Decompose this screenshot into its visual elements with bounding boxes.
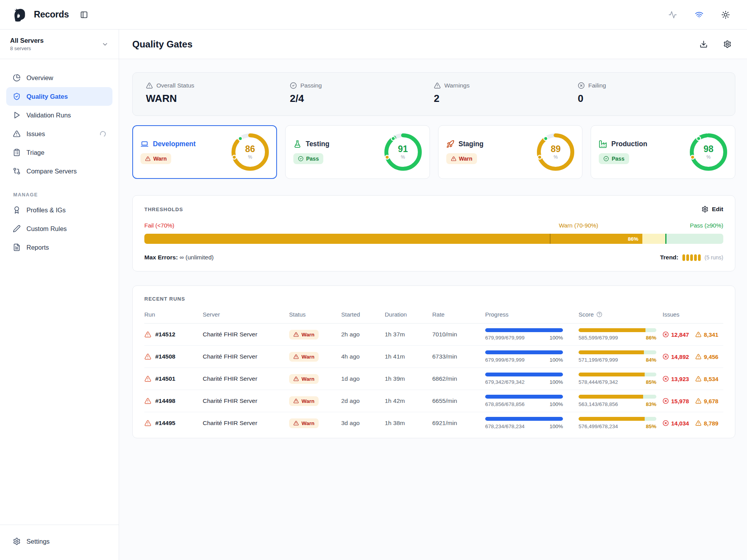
sun-icon[interactable]: [721, 10, 730, 19]
top-bar: Records: [0, 0, 747, 30]
issues-cell: 14,892 9,456: [663, 354, 723, 360]
download-button[interactable]: [700, 40, 708, 48]
wifi-icon[interactable]: [695, 10, 703, 19]
sidebar-item-reports[interactable]: Reports: [6, 238, 112, 257]
status-badge: Pass: [599, 153, 629, 164]
sidebar-footer: Settings: [0, 525, 119, 560]
table-row[interactable]: #14508 Charité FHIR Server Warn 4h ago 1…: [144, 346, 723, 368]
alert-triangle-icon: [144, 331, 151, 338]
summary-value: 0: [578, 93, 722, 105]
sidebar-item-label: Reports: [26, 244, 49, 251]
score-bar: [579, 417, 656, 421]
sidebar-item-label: Validation Runs: [26, 112, 71, 119]
score-bar: [579, 395, 656, 399]
fail-threshold-tick: [550, 234, 551, 244]
alert-triangle-icon: [146, 82, 153, 89]
x-circle-icon: [578, 82, 585, 89]
status-badge: Warn: [289, 330, 319, 340]
env-card-production[interactable]: Production Pass 98 %: [591, 125, 735, 179]
score-cell: 585,599/679,999 86%: [579, 328, 656, 341]
sidebar-item-triage[interactable]: Triage: [6, 143, 112, 162]
server-selector[interactable]: All Servers 8 servers: [0, 30, 119, 59]
server-selector-text: All Servers 8 servers: [10, 37, 44, 51]
env-name: Development: [153, 140, 196, 148]
column-header-duration: Duration: [385, 311, 432, 318]
page-actions: [700, 40, 731, 48]
main-area: Quality Gates Overall Status WARN Passin…: [119, 30, 747, 560]
status-badge: Warn: [289, 374, 319, 384]
run-cell: #14495: [144, 420, 203, 427]
env-name: Production: [611, 140, 647, 148]
summary-value: WARN: [146, 93, 290, 105]
shield-check-icon: [13, 93, 21, 100]
error-count: 12,847: [663, 331, 689, 338]
column-header-progress: Progress: [485, 311, 579, 318]
run-cell: #14512: [144, 331, 203, 338]
server-selector-title: All Servers: [10, 37, 44, 44]
alert-triangle-icon: [293, 376, 299, 382]
sidebar-item-overview[interactable]: Overview: [6, 68, 112, 87]
check-circle-icon: [298, 156, 303, 161]
warning-count: 9,456: [695, 354, 719, 360]
server-selector-subtitle: 8 servers: [10, 46, 44, 51]
trend-runs-label: (5 runs): [705, 254, 723, 261]
table-body: #14512 Charité FHIR Server Warn 2h ago 1…: [144, 324, 723, 434]
status-badge: Warn: [289, 396, 319, 406]
check-circle-icon: [290, 82, 297, 89]
table-row[interactable]: #14495 Charité FHIR Server Warn 3d ago 1…: [144, 412, 723, 434]
trend-bar: [690, 254, 693, 261]
issues-cell: 15,978 9,678: [663, 398, 723, 404]
error-count: 13,923: [663, 376, 689, 382]
alert-triangle-icon: [695, 420, 701, 426]
alert-triangle-icon: [695, 398, 701, 404]
env-card-testing[interactable]: Testing Pass 91 %: [285, 125, 430, 179]
sidebar-item-quality-gates[interactable]: Quality Gates: [6, 87, 112, 106]
help-circle-icon[interactable]: [596, 312, 602, 317]
alert-triangle-icon: [13, 130, 21, 138]
sidebar-item-settings[interactable]: Settings: [6, 532, 112, 551]
env-card-development[interactable]: Development Warn 86 %: [132, 125, 277, 179]
sidebar-item-custom-rules[interactable]: Custom Rules: [6, 219, 112, 238]
score-gauge: 89 %: [537, 133, 574, 171]
run-id: #14495: [155, 420, 175, 427]
x-circle-icon: [663, 376, 669, 382]
table-row[interactable]: #14512 Charité FHIR Server Warn 2h ago 1…: [144, 324, 723, 346]
edit-thresholds-button[interactable]: Edit: [701, 206, 723, 213]
status-badge: Warn: [140, 153, 171, 164]
trend-bar: [694, 254, 697, 261]
summary-value: 2: [434, 93, 578, 105]
sidebar-item-label: Overview: [26, 74, 53, 82]
flask-icon: [293, 140, 302, 148]
env-card-staging[interactable]: Staging Warn 89 %: [438, 125, 583, 179]
duration-cell: 1h 42m: [385, 397, 432, 404]
alert-triangle-icon: [695, 331, 701, 338]
rate-cell: 6733/min: [432, 353, 485, 360]
table-row[interactable]: #14498 Charité FHIR Server Warn 2d ago 1…: [144, 390, 723, 412]
sidebar-manage-nav: Profiles & IGs Custom Rules Reports: [0, 201, 119, 257]
git-compare-icon: [13, 167, 21, 175]
threshold-bar: 86%: [144, 234, 723, 244]
alert-triangle-icon: [144, 420, 151, 427]
environment-cards: Development Warn 86 % Testing Pass: [132, 125, 735, 179]
sidebar-item-issues[interactable]: Issues: [6, 124, 112, 143]
alert-triangle-icon: [434, 82, 441, 89]
warn-threshold-label: Warn (70-90%): [559, 222, 598, 229]
progress-cell: 678,856/678,856 100%: [485, 395, 563, 407]
sidebar-item-compare-servers[interactable]: Compare Servers: [6, 162, 112, 180]
activity-icon[interactable]: [668, 10, 677, 19]
score-gauge: 98 %: [690, 133, 727, 171]
sidebar-item-validation-runs[interactable]: Validation Runs: [6, 106, 112, 124]
warning-count: 8,534: [695, 376, 719, 382]
sidebar-item-label: Issues: [26, 130, 45, 138]
sidebar-nav: Overview Quality Gates Validation Runs I…: [0, 59, 119, 180]
recent-runs-card: RECENT RUNS Run Server Status Started Du…: [132, 285, 735, 438]
sidebar-toggle-button[interactable]: [80, 11, 88, 19]
max-errors: Max Errors: ∞ (unlimited): [144, 254, 214, 261]
server-name: Charité FHIR Server: [203, 420, 289, 427]
page-settings-button[interactable]: [723, 40, 731, 48]
summary-warnings: Warnings 2: [434, 82, 578, 105]
table-row[interactable]: #14501 Charité FHIR Server Warn 1d ago 1…: [144, 368, 723, 390]
sidebar-item-profiles-igs[interactable]: Profiles & IGs: [6, 201, 112, 219]
factory-icon: [599, 140, 607, 148]
started-cell: 2h ago: [341, 331, 385, 338]
